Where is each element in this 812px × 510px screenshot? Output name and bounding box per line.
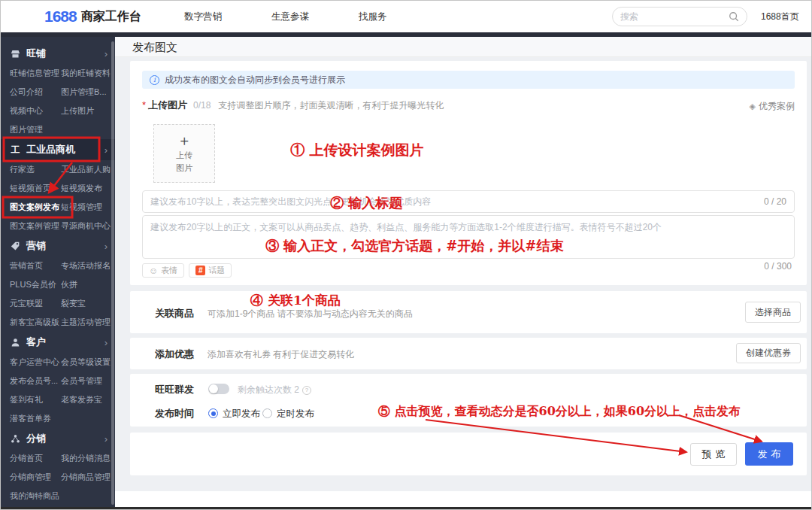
sidebar-item[interactable]: 专场活动报名 bbox=[61, 260, 111, 272]
title-input[interactable] bbox=[143, 196, 764, 207]
chevron-right-icon: › bbox=[105, 337, 108, 348]
sidebar-group-label: 旺铺 bbox=[26, 47, 46, 60]
sidebar-item[interactable]: 我的旺铺资料 bbox=[61, 68, 111, 79]
sidebar-item[interactable]: 行家选 bbox=[10, 164, 61, 175]
search-icon[interactable] bbox=[729, 11, 739, 22]
sidebar-item[interactable]: 上传图片 bbox=[61, 105, 94, 117]
sidebar-group-label: 分销 bbox=[26, 432, 46, 445]
sidebar-group-header-shop[interactable]: 旺铺 › bbox=[1, 43, 115, 64]
sidebar-item[interactable]: 潜客首单券 bbox=[10, 413, 61, 424]
annotation-step-2: ② 输入标题 bbox=[330, 194, 402, 212]
sidebar-item[interactable]: 短视频首页 bbox=[10, 183, 61, 194]
sidebar-item[interactable]: 图片管理B... bbox=[61, 87, 107, 98]
promotion-hint: 添加喜欢有礼券 有利于促进交易转化 bbox=[208, 348, 354, 361]
emoji-label: 表情 bbox=[161, 265, 177, 276]
sidebar-item-publish-image-text[interactable]: 图文案例发布 bbox=[10, 202, 61, 213]
sidebar-item[interactable]: 发布会员号... bbox=[10, 375, 61, 387]
sidebar-scrollbar[interactable] bbox=[111, 41, 114, 505]
radio-publish-scheduled-label[interactable]: 定时发布 bbox=[277, 408, 314, 420]
preview-button[interactable]: 预览 bbox=[690, 443, 737, 466]
app-window: 1688 商家工作台 数字营销 生意参谋 找服务 1688首页 买家 旺铺 › … bbox=[0, 0, 812, 510]
sidebar-item[interactable]: 我的淘特商品 bbox=[10, 490, 61, 502]
sidebar-group-marketing: 营销 › 营销首页专场活动报名 PLUS会员价伙拼 元宝联盟裂变宝 新客宝高级版… bbox=[1, 235, 115, 332]
upload-image-button[interactable]: ＋ 上传 图片 bbox=[153, 124, 215, 183]
window-frame-bottom bbox=[1, 507, 812, 509]
sidebar-group-shop: 旺铺 › 旺铺信息管理我的旺铺资料 公司介绍图片管理B... 视频中心上传图片 … bbox=[1, 43, 115, 139]
sidebar-item[interactable]: 图文案例管理 bbox=[10, 220, 61, 232]
sidebar-group-customers: 客户 › 客户运营中心会员等级设置 发布会员号...会员号管理 签到有礼老客发券… bbox=[1, 332, 115, 428]
logo[interactable]: 1688 商家工作台 bbox=[44, 1, 141, 32]
sidebar-group-header-distribution[interactable]: 分销 › bbox=[1, 428, 115, 449]
radio-publish-now-label[interactable]: 立即发布 bbox=[223, 408, 260, 420]
banner-text: 成功发布的图文会自动同步到会员号进行展示 bbox=[165, 74, 345, 87]
top-header: 1688 商家工作台 数字营销 生意参谋 找服务 1688首页 买家 bbox=[1, 1, 812, 32]
sidebar-item[interactable]: 公司介绍 bbox=[10, 87, 61, 98]
sidebar-item[interactable]: 我的分销消息 bbox=[61, 453, 111, 464]
link-1688-home[interactable]: 1688首页 bbox=[761, 11, 799, 23]
customer-person-icon bbox=[10, 337, 21, 348]
topic-button[interactable]: # 话题 bbox=[189, 263, 232, 278]
sidebar-group-header-customers[interactable]: 客户 › bbox=[1, 332, 115, 353]
sidebar-item[interactable]: 工业品新人购 bbox=[61, 164, 111, 175]
sidebar-item[interactable]: PLUS会员价 bbox=[10, 279, 61, 290]
title-input-wrap: 0 / 20 bbox=[142, 190, 795, 213]
related-product-label: 关联商品 bbox=[155, 307, 194, 320]
radio-publish-now[interactable] bbox=[208, 408, 218, 418]
radio-publish-scheduled[interactable] bbox=[262, 408, 272, 418]
sidebar-item[interactable]: 寻源商机中心 bbox=[61, 220, 111, 232]
question-icon[interactable]: ? bbox=[302, 386, 311, 395]
sidebar-item[interactable]: 伙拼 bbox=[61, 279, 77, 290]
sidebar-item[interactable]: 客户运营中心 bbox=[10, 357, 61, 368]
select-product-button[interactable]: 选择商品 bbox=[745, 302, 801, 323]
header-right: 1688首页 买家 bbox=[612, 1, 812, 32]
required-mark: * bbox=[142, 99, 146, 111]
topic-label: 话题 bbox=[208, 265, 225, 276]
info-banner: i 成功发布的图文会自动同步到会员号进行展示 bbox=[142, 71, 795, 89]
sidebar-item[interactable]: 分销商品管理 bbox=[61, 472, 111, 483]
sidebar-item[interactable]: 分销商管理 bbox=[10, 472, 61, 483]
sidebar-item[interactable]: 短视频管理 bbox=[61, 202, 102, 213]
sidebar-item[interactable]: 营销首页 bbox=[10, 260, 61, 272]
broadcast-toggle[interactable] bbox=[208, 384, 229, 394]
upload-count: 0/18 bbox=[193, 100, 211, 111]
nav-business-advisor[interactable]: 生意参谋 bbox=[271, 11, 309, 23]
hashtag-icon: # bbox=[195, 266, 205, 275]
sidebar-group-header-marketing[interactable]: 营销 › bbox=[1, 235, 115, 257]
emoji-icon: ☺ bbox=[149, 266, 158, 276]
chevron-right-icon: › bbox=[105, 433, 108, 445]
annotation-step-5: ⑤ 点击预览，查看动态分是否60分以上，如果60分以上，点击发布 bbox=[378, 404, 741, 420]
related-product-hint: 可添加1-9个商品 请不要添加与动态内容无关的商品 bbox=[208, 308, 413, 320]
create-coupon-button[interactable]: 创建优惠券 bbox=[736, 343, 801, 363]
annotation-step-4: ④ 关联1个商品 bbox=[250, 292, 341, 309]
search-input[interactable] bbox=[620, 11, 729, 22]
annotation-step-3: ③ 输入正文，勾选官方话题，#开始，并以#结束 bbox=[265, 237, 563, 255]
toggle-knob bbox=[209, 384, 218, 393]
sidebar-item[interactable]: 会员等级设置 bbox=[61, 357, 111, 368]
sidebar-item[interactable]: 短视频发布 bbox=[61, 183, 102, 194]
sidebar-item[interactable]: 裂变宝 bbox=[61, 298, 86, 309]
publish-time-label: 发布时间 bbox=[155, 407, 194, 420]
logo-suffix: 商家工作台 bbox=[81, 9, 141, 25]
emoji-button[interactable]: ☺ 表情 bbox=[142, 263, 184, 278]
nav-digital-marketing[interactable]: 数字营销 bbox=[184, 11, 222, 23]
excellent-cases-link[interactable]: ◈ 优秀案例 bbox=[750, 100, 795, 113]
sidebar-item[interactable]: 主题活动管理 bbox=[61, 317, 111, 328]
broadcast-hint: 剩余触达次数 2 ? bbox=[238, 384, 311, 396]
publish-button[interactable]: 发布 bbox=[745, 442, 793, 466]
sidebar-item[interactable]: 视频中心 bbox=[10, 105, 61, 117]
search-box[interactable] bbox=[612, 7, 747, 26]
upload-label: 上传图片 bbox=[148, 99, 187, 112]
sidebar-item[interactable]: 元宝联盟 bbox=[10, 298, 61, 309]
sidebar-item[interactable]: 会员号管理 bbox=[61, 375, 102, 387]
sidebar-item[interactable]: 分销首页 bbox=[10, 453, 61, 464]
title-counter: 0 / 20 bbox=[764, 196, 794, 207]
footer-action-bar: 预览 发布 bbox=[130, 433, 807, 475]
sidebar-item[interactable]: 签到有礼 bbox=[10, 394, 61, 405]
nav-find-services[interactable]: 找服务 bbox=[359, 11, 387, 23]
editor-tools: ☺ 表情 # 话题 bbox=[142, 263, 232, 278]
sidebar-item[interactable]: 旺铺信息管理 bbox=[10, 68, 61, 79]
sidebar-group-header-industrial[interactable]: 工 工业品商机 › bbox=[1, 139, 115, 160]
sidebar-item[interactable]: 新客宝高级版 bbox=[10, 317, 61, 328]
sidebar-item[interactable]: 老客发券宝 bbox=[61, 394, 102, 405]
sidebar-item[interactable]: 图片管理 bbox=[10, 124, 61, 135]
